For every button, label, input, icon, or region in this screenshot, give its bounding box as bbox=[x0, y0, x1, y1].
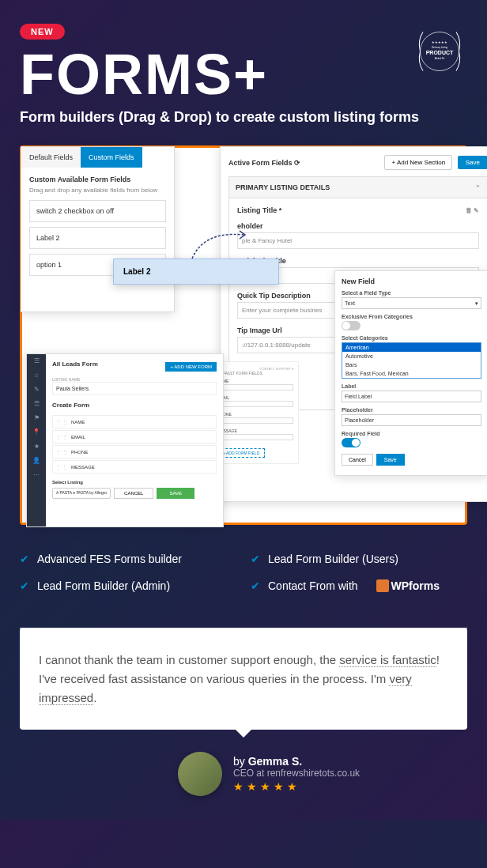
text-input[interactable]: ple & Fancy Hotel bbox=[237, 232, 479, 249]
list-icon[interactable]: ☰ bbox=[32, 400, 40, 408]
section-title: PRIMARY LISTING DETAILS bbox=[236, 183, 330, 191]
check-icon: ✔ bbox=[251, 579, 260, 592]
field-item[interactable]: Label 2 bbox=[29, 227, 166, 249]
edit-icon[interactable]: ✎ bbox=[474, 207, 479, 214]
form-header-title: Active Form Fields ⟳ bbox=[228, 159, 300, 167]
leads-title: All Leads Form bbox=[52, 360, 98, 368]
svg-text:PRODUCT: PRODUCT bbox=[426, 50, 454, 55]
text-input[interactable] bbox=[217, 434, 293, 440]
feature-item: ✔Lead Form Builder (Users) bbox=[251, 553, 467, 565]
drag-arrow-icon bbox=[188, 223, 251, 262]
field-label: Select a Field Type bbox=[342, 290, 481, 296]
form-field-row[interactable]: ⋮⋮EMAIL bbox=[52, 430, 217, 443]
drag-icon[interactable]: ⋮⋮ bbox=[55, 418, 68, 425]
placeholder-input[interactable]: Placeholder bbox=[342, 414, 481, 426]
new-badge: NEW bbox=[20, 24, 65, 40]
select-option[interactable]: Bars bbox=[342, 360, 481, 369]
field-label: EMAIL bbox=[217, 395, 293, 400]
field-label: Exclusive From Categories bbox=[342, 314, 481, 319]
select-field-type[interactable]: Text▾ bbox=[342, 297, 481, 309]
field-label: eholder bbox=[237, 222, 479, 230]
page-subtitle: Form builders (Drag & Drop) to create cu… bbox=[20, 109, 467, 126]
cancel-button[interactable]: CANCEL bbox=[114, 488, 153, 499]
field-label: Required Field bbox=[342, 431, 481, 436]
panel-title: New Field bbox=[342, 277, 481, 285]
check-icon: ✔ bbox=[20, 579, 29, 592]
chevron-up-icon[interactable]: ⌃ bbox=[475, 184, 481, 191]
leads-panel: ☰ ⌂ ✎ ☰ ⚑ 📍 ★ 👤 ⋯ All Leads Form + ADD N… bbox=[26, 353, 224, 527]
features-grid: ✔Advanced FES Forms builder ✔Lead Form B… bbox=[20, 553, 467, 592]
menu-icon[interactable]: ☰ bbox=[32, 357, 40, 365]
add-new-form-button[interactable]: + ADD NEW FORM bbox=[165, 362, 217, 372]
dots-icon[interactable]: ⋯ bbox=[32, 471, 40, 479]
field-label: MESSAGE bbox=[217, 428, 293, 433]
contact-form-box: CONTACT SUPPORT ▾ DEFAULT FORM FIELDS NA… bbox=[212, 361, 299, 464]
table-row[interactable]: Paula Sellers bbox=[52, 382, 217, 395]
select-option[interactable]: American bbox=[342, 343, 481, 352]
default-fields-label: DEFAULT FORM FIELDS bbox=[217, 371, 293, 376]
refresh-icon[interactable]: ⟳ bbox=[294, 159, 300, 167]
author-block: by Gemma S. CEO at renfrewshiretots.co.u… bbox=[20, 752, 467, 796]
field-label: Listing Title * bbox=[237, 206, 281, 214]
cancel-button[interactable]: Cancel bbox=[342, 454, 373, 466]
panel-title: Custom Available Form Fields bbox=[29, 175, 166, 183]
feature-item: ✔Lead Form Builder (Admin) bbox=[20, 579, 236, 592]
text-input[interactable] bbox=[217, 384, 293, 391]
pin-icon[interactable]: 📍 bbox=[32, 428, 40, 436]
field-label: Select Categories bbox=[342, 335, 481, 341]
feature-item: ✔Contact From with WPforms bbox=[251, 579, 467, 592]
screenshot-composite: Default Fields Custom Fields Custom Avai… bbox=[20, 145, 467, 525]
select-option[interactable]: Automotive bbox=[342, 352, 481, 360]
select-listing-label: Select Listing bbox=[52, 480, 217, 485]
select-option[interactable]: Bars, Fast Food, Mexican bbox=[342, 369, 481, 378]
tab-default-fields[interactable]: Default Fields bbox=[21, 147, 81, 168]
field-label: PHONE bbox=[217, 412, 293, 417]
tab-custom-fields[interactable]: Custom Fields bbox=[81, 147, 142, 168]
check-icon: ✔ bbox=[251, 553, 260, 565]
save-button[interactable]: Save bbox=[458, 156, 487, 169]
exclusive-toggle[interactable] bbox=[342, 321, 361, 330]
wpforms-logo: WPforms bbox=[376, 579, 439, 592]
testimonial-text: I cannot thank the team in customer supp… bbox=[39, 651, 448, 708]
page-title: FORMS+ bbox=[20, 46, 467, 103]
field-label: Label bbox=[342, 383, 481, 389]
add-form-field-button[interactable]: + ADD FORM FIELD bbox=[217, 448, 265, 458]
field-item[interactable]: switch 2 checkbox on off bbox=[29, 200, 166, 222]
star-icon[interactable]: ★ bbox=[32, 443, 40, 451]
new-field-panel: New Field Select a Field Type Text▾ Excl… bbox=[334, 270, 487, 476]
svg-text:Market Fit: Market Fit bbox=[435, 57, 445, 60]
save-button[interactable]: Save bbox=[376, 454, 405, 466]
categories-select[interactable]: American Automotive Bars Bars, Fast Food… bbox=[342, 342, 481, 379]
form-field-row[interactable]: ⋮⋮MESSAGE bbox=[52, 460, 217, 474]
save-button[interactable]: SAVE bbox=[157, 488, 194, 499]
tag-icon[interactable]: ⚑ bbox=[32, 414, 40, 422]
section-header[interactable]: PRIMARY LISTING DETAILS ⌃ bbox=[228, 176, 487, 198]
user-icon[interactable]: 👤 bbox=[32, 457, 40, 465]
product-badge: ★★★★★ Directory Listing PRODUCT Market F… bbox=[412, 24, 467, 79]
svg-text:★★★★★: ★★★★★ bbox=[432, 40, 447, 44]
check-icon: ✔ bbox=[20, 553, 29, 565]
avatar bbox=[178, 752, 222, 796]
label-input[interactable]: Field Label bbox=[342, 391, 481, 402]
rating-stars: ★ ★ ★ ★ ★ bbox=[233, 780, 360, 793]
svg-text:Directory Listing: Directory Listing bbox=[432, 46, 447, 49]
text-input[interactable] bbox=[217, 417, 293, 424]
home-icon[interactable]: ⌂ bbox=[32, 372, 40, 379]
drag-icon[interactable]: ⋮⋮ bbox=[55, 448, 68, 455]
add-section-button[interactable]: + Add New Section bbox=[384, 155, 452, 170]
speech-tail-icon bbox=[234, 728, 253, 738]
form-field-row[interactable]: ⋮⋮NAME bbox=[52, 415, 217, 428]
text-input[interactable] bbox=[217, 401, 293, 407]
form-field-row[interactable]: ⋮⋮PHONE bbox=[52, 445, 217, 459]
author-name: by Gemma S. bbox=[233, 755, 360, 768]
edit-icon[interactable]: ✎ bbox=[32, 386, 40, 394]
author-role: CEO at renfrewshiretots.co.uk bbox=[233, 768, 360, 779]
create-form-title: Create Form bbox=[52, 402, 217, 409]
required-toggle[interactable] bbox=[342, 438, 361, 447]
contact-support-link[interactable]: CONTACT SUPPORT bbox=[260, 367, 291, 371]
feature-item: ✔Advanced FES Forms builder bbox=[20, 553, 236, 565]
listing-pill[interactable]: A PASTA e PASTA by Allegro bbox=[52, 488, 111, 499]
drag-icon[interactable]: ⋮⋮ bbox=[55, 433, 68, 440]
drag-icon[interactable]: ⋮⋮ bbox=[55, 463, 68, 470]
trash-icon[interactable]: 🗑 bbox=[466, 207, 472, 214]
